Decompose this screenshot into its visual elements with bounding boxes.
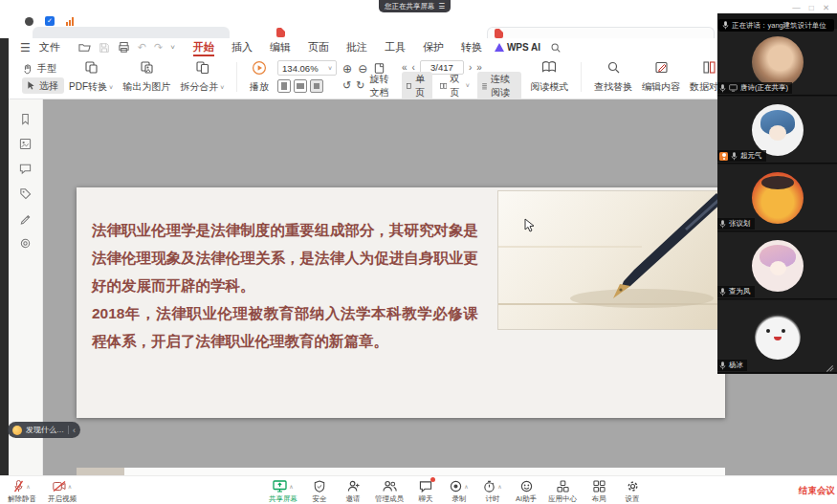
timer-button[interactable]: ∧ 计时 xyxy=(481,479,504,504)
ai-assistant-button[interactable]: AI助手 xyxy=(515,479,538,504)
record-button[interactable]: ∧ 录制 xyxy=(448,479,471,504)
screen: ✓ — □ ✕ 您正在共享屏幕 ☰ ☰ 文件 ↶ ↷ ˅ 开始 插入 编 xyxy=(0,0,837,504)
edit-content-button[interactable]: 编辑内容 xyxy=(637,59,685,95)
chat-button[interactable]: 聊天 xyxy=(414,479,437,504)
speaking-tooltip: 正在讲话：yang建筑设计单位 xyxy=(718,19,834,32)
select-tool-button[interactable]: 选择 xyxy=(22,77,64,94)
print-icon[interactable] xyxy=(118,41,130,54)
layout-button[interactable]: 布局 xyxy=(587,479,610,504)
rotate-right-button[interactable]: ↻ xyxy=(356,79,364,92)
end-meeting-button[interactable]: 结束会议 xyxy=(799,485,835,497)
export-image-button[interactable]: 输出为图片 xyxy=(118,59,175,95)
search-icon[interactable] xyxy=(550,42,562,54)
save-icon[interactable] xyxy=(99,42,110,54)
continuous-icon xyxy=(481,81,488,91)
participant-name: 唐诗(正在共享) xyxy=(740,83,788,93)
avatar xyxy=(752,172,804,224)
caret-up-icon[interactable]: ∧ xyxy=(289,483,293,490)
open-folder-icon[interactable] xyxy=(78,41,91,54)
settings-button[interactable]: 设置 xyxy=(621,479,644,504)
rotate-left-button[interactable]: ↺ xyxy=(342,79,351,92)
collapse-left-icon[interactable]: ‹ xyxy=(73,426,76,435)
unmute-button[interactable]: ∧ 解除静音 xyxy=(8,479,36,504)
pen-icon[interactable] xyxy=(19,212,32,225)
tab-comment[interactable]: 批注 xyxy=(338,38,376,56)
meeting-participants-panel[interactable]: 正在讲话：yang建筑设计单位 唐诗(正在共享) 超元气 张议划 xyxy=(717,13,837,374)
tab-edit[interactable]: 编辑 xyxy=(261,38,299,56)
participant-name-tag: 张议划 xyxy=(717,218,755,230)
tab-page[interactable]: 页面 xyxy=(299,38,338,56)
assistant-pill[interactable]: 发现什么… ‹ xyxy=(8,422,80,438)
fit-page-button[interactable] xyxy=(277,79,291,93)
hand-tool-button[interactable]: 手型 xyxy=(22,60,64,77)
manage-members-button[interactable]: 管理成员 xyxy=(375,479,404,504)
security-button[interactable]: 安全 xyxy=(308,479,331,504)
screen-share-banner[interactable]: 您正在共享屏幕 ☰ xyxy=(379,0,451,12)
tab-insert[interactable]: 插入 xyxy=(223,38,261,56)
participant-name: 杨冰 xyxy=(729,361,743,370)
share-screen-button[interactable]: ∧ 共享屏幕 xyxy=(269,479,297,504)
comment-icon[interactable] xyxy=(19,163,32,175)
play-button[interactable]: 播放 xyxy=(245,59,274,95)
pdf-file-icon xyxy=(276,28,285,37)
chat-label: 聊天 xyxy=(419,494,433,504)
panel-resize-handle[interactable] xyxy=(826,362,834,371)
manage-members-label: 管理成员 xyxy=(375,494,404,504)
tab-home[interactable]: 开始 xyxy=(185,38,223,56)
find-replace-button[interactable]: 查找替换 xyxy=(589,59,637,95)
maximize-button[interactable]: □ xyxy=(809,3,814,12)
split-merge-button[interactable]: 拆分合并˅ xyxy=(175,59,229,95)
zoom-level-select[interactable]: 134.06% ˅ xyxy=(277,60,337,76)
thumbnails-icon[interactable] xyxy=(19,138,32,150)
undo-icon[interactable]: ↶ xyxy=(138,41,146,54)
participant-tile[interactable]: 查为凤 xyxy=(717,232,837,299)
fit-width-button[interactable] xyxy=(294,79,307,93)
stamp-icon[interactable] xyxy=(19,237,32,250)
start-video-button[interactable]: ∧ 开启视频 xyxy=(48,479,77,504)
wps-ai-button[interactable]: WPS AI xyxy=(495,42,540,53)
participant-tile[interactable]: 超元气 xyxy=(717,97,837,164)
tag-icon[interactable] xyxy=(19,187,32,200)
zoom-out-button[interactable]: ⊖ xyxy=(358,62,367,76)
hamburger-icon[interactable]: ☰ xyxy=(20,41,31,55)
caret-down-icon: ˅ xyxy=(466,82,470,89)
actual-size-button[interactable] xyxy=(310,79,323,93)
apps-button[interactable]: 应用中心 xyxy=(548,479,577,504)
wps-ai-logo-icon xyxy=(495,43,504,52)
pdf-convert-button[interactable]: PDF转换˅ xyxy=(64,59,118,95)
tab-convert[interactable]: 转换 xyxy=(452,38,491,56)
hand-icon xyxy=(22,63,33,75)
double-page-button[interactable]: 双页 ˅ xyxy=(436,72,474,100)
document-tab[interactable] xyxy=(33,27,230,38)
settings-label: 设置 xyxy=(626,494,640,504)
security-label: 安全 xyxy=(313,494,327,504)
quick-access-caret-icon[interactable]: ˅ xyxy=(170,43,175,52)
caret-up-icon[interactable]: ∧ xyxy=(26,483,30,490)
invite-button[interactable]: 邀请 xyxy=(341,479,364,504)
minimize-button[interactable]: — xyxy=(792,3,801,12)
participant-tile[interactable]: 杨冰 xyxy=(717,300,837,373)
bookmark-icon[interactable] xyxy=(19,113,32,125)
menu-file[interactable]: 文件 xyxy=(31,38,69,56)
banner-menu-icon[interactable]: ☰ xyxy=(439,2,446,11)
rotate-doc-button[interactable]: 旋转文档 xyxy=(370,73,394,99)
participant-tile[interactable]: 张议划 xyxy=(717,164,837,231)
participant-tile[interactable]: 唐诗(正在共享) xyxy=(717,29,837,96)
redo-icon[interactable]: ↷ xyxy=(154,41,163,54)
continuous-read-button[interactable]: 连续阅读 xyxy=(477,72,521,100)
export-image-label: 输出为图片 xyxy=(122,80,170,94)
zoom-in-button[interactable]: ⊕ xyxy=(342,62,352,76)
close-button[interactable]: ✕ xyxy=(823,3,829,12)
document-tab-active[interactable] xyxy=(487,27,715,38)
caret-down-icon: ˅ xyxy=(220,84,224,91)
caret-up-icon[interactable]: ∧ xyxy=(464,483,468,490)
tab-tools[interactable]: 工具 xyxy=(376,38,414,56)
participant-name: 查为凤 xyxy=(729,287,751,296)
read-mode-button[interactable]: 阅读模式 xyxy=(525,59,573,95)
caret-up-icon[interactable]: ∧ xyxy=(497,483,501,490)
single-page-button[interactable]: 单页 xyxy=(402,72,432,100)
caret-up-icon[interactable]: ∧ xyxy=(68,483,72,490)
screen-share-icon xyxy=(729,84,738,92)
status-icons: ✓ xyxy=(25,16,74,26)
tab-protect[interactable]: 保护 xyxy=(414,38,452,56)
